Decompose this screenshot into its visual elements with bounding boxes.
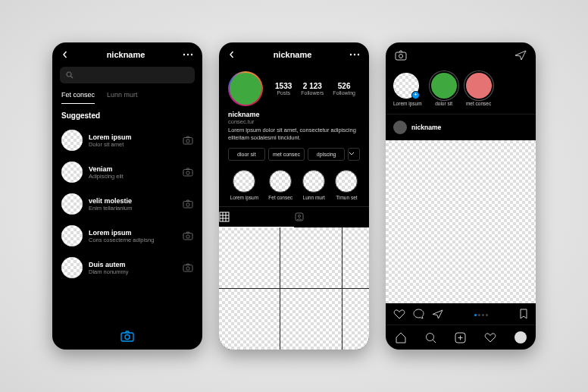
tab-fet-consec[interactable]: Fet consec: [61, 91, 95, 104]
stories-row: + Lorem ipsum dolor sit met consec: [386, 68, 536, 114]
tab-tagged[interactable]: [294, 207, 369, 227]
list-item[interactable]: Duis autemDiam nonummy: [52, 252, 202, 284]
footer: [52, 325, 202, 350]
bio: nickname consec.tur Lorem ipsum dolor si…: [219, 111, 369, 142]
story[interactable]: met consec: [466, 73, 492, 106]
svg-point-17: [354, 54, 355, 55]
header: nickname: [219, 42, 369, 67]
story[interactable]: dolor sit: [431, 73, 457, 106]
list-item[interactable]: VeniamAdipiscing elit: [52, 156, 202, 188]
stat-followers[interactable]: 2 123Followers: [301, 82, 324, 96]
tab-lunn-murt[interactable]: Lunn murt: [107, 91, 138, 104]
avatar: [230, 73, 261, 105]
search-input[interactable]: [60, 67, 195, 83]
highlight[interactable]: Lorem ipsum: [230, 170, 259, 200]
camera-icon[interactable]: [120, 331, 134, 342]
profile-row: 1533Posts 2 123Followers 526Following: [219, 67, 369, 111]
avatar: [61, 193, 83, 215]
suggested-header: Suggested: [52, 104, 202, 124]
comment-icon[interactable]: [413, 309, 424, 319]
svg-point-21: [299, 215, 301, 217]
add-icon[interactable]: [455, 332, 466, 343]
more-icon[interactable]: [349, 53, 360, 56]
heart-icon[interactable]: [484, 332, 496, 343]
list-item[interactable]: Lorem ipsumCons cosecterne adipisng: [52, 220, 202, 252]
more-icon[interactable]: [183, 53, 193, 56]
profile-button[interactable]: dloor sit: [228, 148, 265, 161]
plus-icon: +: [411, 91, 420, 99]
user-name: Lorem ipsum: [89, 133, 177, 141]
highlight[interactable]: Lunn murt: [302, 170, 325, 200]
tabs: Fet consec Lunn murt: [52, 83, 202, 104]
highlight-cover: [269, 170, 292, 193]
camera-icon[interactable]: [183, 168, 193, 177]
profile-button[interactable]: met consec: [268, 148, 305, 161]
highlight[interactable]: Fet consec: [268, 170, 292, 200]
username: nickname: [228, 111, 360, 118]
svg-point-9: [186, 203, 189, 206]
highlight[interactable]: Timun set: [335, 170, 358, 200]
profile-button[interactable]: dplscing: [308, 148, 345, 161]
story-avatar: [466, 73, 492, 99]
camera-icon[interactable]: [183, 136, 193, 145]
send-icon[interactable]: [514, 50, 527, 61]
back-icon[interactable]: [61, 51, 69, 58]
svg-rect-10: [183, 234, 192, 240]
camera-icon[interactable]: [183, 263, 193, 272]
grid-cell[interactable]: [280, 289, 341, 350]
story-own[interactable]: + Lorem ipsum: [393, 73, 422, 106]
avatar: [61, 257, 83, 278]
camera-icon[interactable]: [395, 50, 407, 61]
grid-cell[interactable]: [219, 227, 280, 288]
post-image[interactable]: [386, 140, 536, 303]
svg-rect-19: [220, 212, 229, 221]
chevron-down-icon[interactable]: [348, 148, 360, 161]
tab-grid[interactable]: [219, 207, 294, 227]
list-item[interactable]: velit molestieEnim tellarianium: [52, 188, 202, 220]
grid-cell[interactable]: [219, 289, 280, 350]
posts-grid: [219, 227, 369, 350]
stat-following[interactable]: 526Following: [333, 82, 355, 96]
avatar[interactable]: [393, 121, 407, 134]
highlight-cover: [335, 170, 358, 193]
highlight-cover: [302, 170, 325, 193]
svg-point-2: [191, 54, 192, 55]
grid-tabs: [219, 206, 369, 227]
carousel-dots: [451, 310, 511, 318]
action-row: [386, 303, 536, 325]
user-sub: Adipiscing elit: [89, 173, 177, 180]
button-row: dloor sit met consec dplscing: [219, 142, 369, 167]
back-icon[interactable]: [228, 51, 236, 58]
post-username[interactable]: nickname: [411, 124, 441, 131]
grid-cell[interactable]: [342, 289, 370, 350]
svg-point-13: [186, 267, 189, 270]
grid-cell[interactable]: [280, 227, 341, 288]
avatar: [61, 162, 83, 183]
user-name: Duis autem: [89, 261, 177, 268]
category: consec.tur: [228, 118, 360, 125]
avatar: [61, 225, 83, 246]
bookmark-icon[interactable]: [519, 309, 528, 319]
svg-point-5: [186, 140, 189, 143]
profile-icon[interactable]: [514, 331, 527, 343]
list-item[interactable]: Lorem ipsumDolor sit amet: [52, 124, 202, 156]
svg-rect-8: [183, 202, 192, 209]
svg-point-1: [187, 54, 189, 55]
post-header: nickname: [386, 114, 536, 140]
stats: 1533Posts 2 123Followers 526Following: [271, 82, 360, 96]
stat-posts[interactable]: 1533Posts: [275, 82, 292, 96]
topbar: [386, 42, 536, 68]
grid-cell[interactable]: [342, 227, 370, 288]
home-icon[interactable]: [395, 332, 407, 343]
camera-icon[interactable]: [183, 199, 193, 209]
search-icon[interactable]: [425, 332, 436, 343]
send-icon[interactable]: [432, 309, 443, 319]
svg-point-7: [186, 171, 189, 174]
avatar-ring[interactable]: [228, 71, 263, 106]
heart-icon[interactable]: [393, 309, 405, 319]
svg-point-15: [125, 335, 130, 340]
user-name: velit molestie: [89, 197, 177, 205]
highlight-cover: [233, 170, 255, 193]
story-avatar: +: [393, 73, 419, 99]
camera-icon[interactable]: [183, 231, 193, 240]
